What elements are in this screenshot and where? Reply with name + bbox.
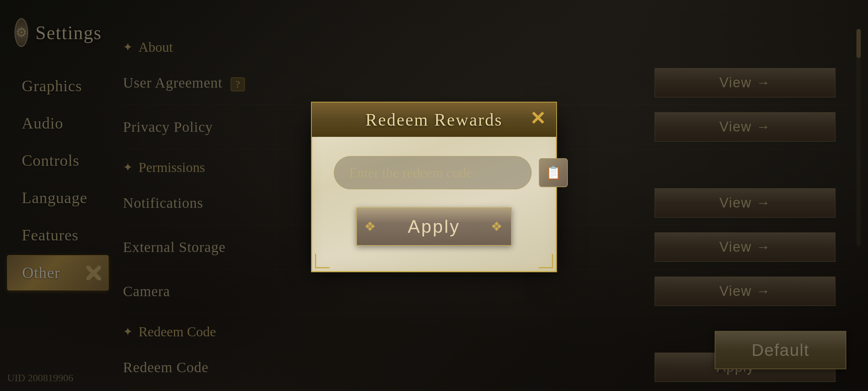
modal-close-button[interactable]: ✕ <box>523 104 552 133</box>
modal-overlay[interactable]: Redeem Rewards ✕ 📋 Apply <box>0 0 868 391</box>
redeem-input-row: 📋 <box>334 156 534 189</box>
redeem-rewards-modal: Redeem Rewards ✕ 📋 Apply <box>311 119 557 272</box>
modal-title: Redeem Rewards <box>365 110 502 129</box>
modal-corner-bl <box>315 254 329 268</box>
modal-body: 📋 Apply <box>334 142 534 246</box>
clipboard-icon: 📋 <box>545 165 562 180</box>
modal-apply-button[interactable]: Apply <box>356 207 511 246</box>
paste-button[interactable]: 📋 <box>539 158 568 187</box>
modal-corner-br <box>539 254 553 268</box>
redeem-code-input[interactable] <box>334 156 532 189</box>
modal-title-area: Redeem Rewards <box>311 102 557 137</box>
